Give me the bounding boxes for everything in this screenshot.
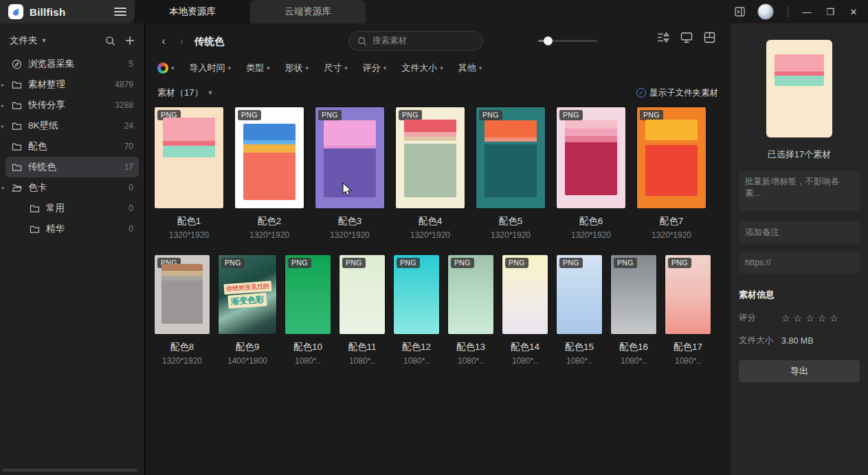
- sidebar-scrollbar[interactable]: [3, 469, 137, 472]
- url-input[interactable]: [739, 252, 860, 274]
- folder-search-icon[interactable]: [105, 36, 115, 46]
- export-button[interactable]: 导出: [739, 360, 860, 382]
- sort-icon[interactable]: [657, 32, 669, 43]
- material-thumbnail[interactable]: PNG: [637, 107, 706, 208]
- material-thumbnail[interactable]: PNG: [285, 255, 331, 334]
- filter-评分[interactable]: 评分▾: [363, 62, 387, 74]
- tab-local-library[interactable]: 本地资源库: [135, 0, 250, 23]
- color-swatch-block: [565, 120, 617, 195]
- materials-count[interactable]: 素材（17）: [157, 87, 203, 99]
- sidebar-item-精华[interactable]: 精华0: [23, 219, 139, 239]
- material-thumbnail[interactable]: PNG: [476, 107, 545, 208]
- note-input[interactable]: [739, 221, 860, 243]
- material-thumbnail[interactable]: PNG: [235, 107, 304, 208]
- star-icon[interactable]: ☆: [830, 313, 838, 324]
- sidebar-item-配色[interactable]: 配色70: [5, 136, 139, 157]
- layout-grid-icon[interactable]: [704, 32, 715, 43]
- filter-其他[interactable]: 其他▾: [458, 62, 482, 74]
- material-thumbnail[interactable]: PNG: [611, 255, 656, 334]
- collapse-panel-icon[interactable]: [730, 3, 749, 21]
- material-thumbnail[interactable]: PNG: [155, 107, 223, 208]
- material-thumbnail[interactable]: PNG: [155, 255, 210, 334]
- tree-expand-icon[interactable]: ▾: [1, 185, 8, 191]
- material-card-配色7[interactable]: PNG配色71320*1920: [637, 107, 706, 240]
- filter-文件大小[interactable]: 文件大小▾: [401, 62, 443, 74]
- material-thumbnail[interactable]: PNG: [665, 255, 711, 334]
- material-thumbnail[interactable]: PNG: [557, 255, 602, 334]
- material-card-配色9[interactable]: PNG你绝对没见过的渐变色彩配色91400*1800: [219, 255, 276, 366]
- tab-cloud-library[interactable]: 云端资源库: [250, 0, 366, 23]
- materials-dropdown-icon[interactable]: ▼: [207, 89, 213, 96]
- menu-icon[interactable]: [114, 8, 126, 16]
- folder-count: 4879: [115, 80, 133, 89]
- rating-stars[interactable]: ☆☆☆☆☆: [781, 313, 838, 324]
- material-thumbnail[interactable]: PNG: [448, 255, 493, 334]
- sidebar-item-浏览器采集[interactable]: 浏览器采集5: [5, 54, 139, 74]
- folder-label: 精华: [46, 223, 129, 235]
- material-card-配色11[interactable]: PNG配色111080*..: [340, 255, 385, 366]
- material-thumbnail[interactable]: PNG: [502, 255, 548, 334]
- close-button[interactable]: ✕: [843, 3, 864, 21]
- material-card-配色2[interactable]: PNG配色21320*1920: [235, 107, 304, 240]
- batch-tag-input[interactable]: [739, 170, 860, 210]
- material-card-配色16[interactable]: PNG配色161080*..: [611, 255, 656, 366]
- material-card-配色8[interactable]: PNG配色81320*1920: [155, 255, 210, 366]
- filetype-badge: PNG: [342, 258, 366, 268]
- material-card-配色15[interactable]: PNG配色151080*..: [557, 255, 602, 366]
- browser-collect-icon: [11, 59, 22, 69]
- star-icon[interactable]: ☆: [781, 313, 790, 324]
- filter-导入时间[interactable]: 导入时间▾: [190, 62, 232, 74]
- user-avatar[interactable]: [757, 3, 774, 20]
- maximize-button[interactable]: ❐: [820, 3, 841, 21]
- material-card-配色12[interactable]: PNG配色121080*..: [394, 255, 439, 366]
- filter-形状[interactable]: 形状▾: [285, 62, 309, 74]
- material-dimensions: 1080*..: [349, 356, 375, 366]
- material-card-配色10[interactable]: PNG配色101080*..: [285, 255, 331, 366]
- folders-dropdown-icon[interactable]: ▼: [41, 37, 47, 44]
- material-thumbnail[interactable]: PNG: [557, 107, 625, 208]
- slider-handle[interactable]: [544, 36, 553, 45]
- material-card-配色6[interactable]: PNG配色61320*1920: [557, 107, 625, 240]
- selection-preview[interactable]: [766, 40, 832, 137]
- display-mode-icon[interactable]: [680, 32, 693, 43]
- forward-button[interactable]: ›: [173, 34, 190, 48]
- add-folder-icon[interactable]: [125, 36, 135, 45]
- minimize-button[interactable]: —: [797, 3, 817, 21]
- star-icon[interactable]: ☆: [805, 313, 814, 324]
- tree-expand-icon[interactable]: ▸: [1, 102, 8, 109]
- material-card-配色1[interactable]: PNG配色11320*1920: [155, 107, 223, 240]
- back-button[interactable]: ‹: [155, 34, 173, 48]
- material-thumbnail[interactable]: PNG: [340, 255, 385, 334]
- material-thumbnail[interactable]: PNG你绝对没见过的渐变色彩: [219, 255, 276, 334]
- filesize-label: 文件大小: [739, 335, 781, 346]
- sidebar-item-快传分享[interactable]: ▸快传分享3288: [5, 95, 139, 115]
- tree-expand-icon[interactable]: ▸: [1, 123, 8, 129]
- material-card-配色14[interactable]: PNG配色141080*..: [502, 255, 548, 366]
- material-card-配色17[interactable]: PNG配色171080*..: [665, 255, 711, 366]
- filter-尺寸[interactable]: 尺寸▾: [324, 62, 348, 74]
- show-subfolder-toggle[interactable]: ✓ 显示子文件夹素材: [636, 87, 718, 99]
- material-card-配色13[interactable]: PNG配色131080*..: [448, 255, 493, 366]
- sidebar-item-传统色[interactable]: 传统色17: [5, 157, 139, 177]
- material-card-配色5[interactable]: PNG配色51320*1920: [476, 107, 545, 240]
- material-card-配色4[interactable]: PNG配色41320*1920: [396, 107, 465, 240]
- folders-title[interactable]: 文件夹: [10, 34, 38, 47]
- star-icon[interactable]: ☆: [818, 313, 827, 324]
- sidebar-item-常用[interactable]: 常用0: [23, 198, 139, 219]
- material-thumbnail[interactable]: PNG: [315, 107, 384, 208]
- color-filter[interactable]: ▾: [157, 63, 175, 74]
- material-thumbnail[interactable]: PNG: [394, 255, 439, 334]
- material-thumbnail[interactable]: PNG: [396, 107, 465, 208]
- folder-icon: [11, 142, 22, 151]
- search-input[interactable]: 搜索素材: [348, 31, 483, 51]
- filter-类型[interactable]: 类型▾: [246, 62, 270, 74]
- star-icon[interactable]: ☆: [794, 313, 803, 324]
- sidebar-item-8K壁纸[interactable]: ▸8K壁纸24: [5, 115, 139, 136]
- sidebar-item-素材整理[interactable]: ▸素材整理4879: [5, 74, 139, 95]
- material-card-配色3[interactable]: PNG配色31320*1920: [315, 107, 384, 240]
- search-icon: [357, 36, 367, 46]
- tree-expand-icon[interactable]: ▸: [1, 82, 8, 88]
- folder-count: 0: [129, 183, 133, 192]
- sidebar-item-色卡[interactable]: ▾色卡0: [5, 177, 139, 198]
- thumbnail-size-slider[interactable]: [538, 40, 597, 42]
